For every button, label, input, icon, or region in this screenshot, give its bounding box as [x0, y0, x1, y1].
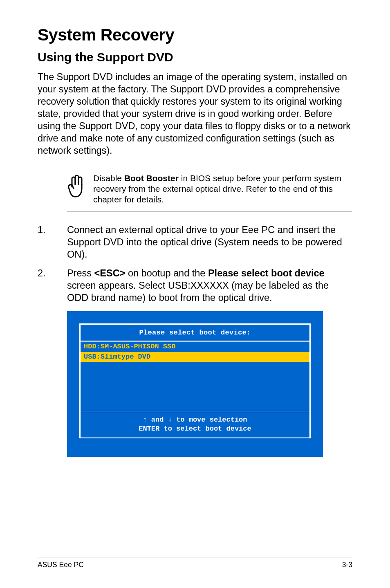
page-title: System Recovery [38, 25, 352, 45]
hand-stop-icon [67, 173, 86, 199]
step-1: Connect an external optical drive to you… [38, 224, 352, 260]
section-heading: Using the Support DVD [38, 50, 352, 64]
boot-help-line1: ↑ and ↓ to move selection [81, 415, 309, 424]
boot-help: ↑ and ↓ to move selection ENTER to selec… [81, 412, 309, 438]
boot-item-hdd[interactable]: HDD:SM-ASUS-PHISON SSD [81, 342, 309, 352]
footer-right: 3-3 [342, 561, 352, 569]
step-2-mid: on bootup and the [125, 268, 208, 278]
note-bold: Boot Booster [124, 173, 179, 183]
boot-device-screen: Please select boot device: HDD:SM-ASUS-P… [67, 311, 323, 457]
step-2-b1: <ESC> [94, 268, 126, 278]
note-callout: Disable Boot Booster in BIOS setup befor… [67, 167, 352, 211]
boot-window: Please select boot device: HDD:SM-ASUS-P… [79, 323, 311, 438]
steps-list: Connect an external optical drive to you… [38, 224, 352, 304]
boot-item-usb[interactable]: USB:Slimtype DVD [81, 352, 309, 362]
step-2-pre: Press [67, 268, 94, 278]
step-2-b2: Please select boot device [208, 268, 325, 278]
step-2: Press <ESC> on bootup and the Please sel… [38, 267, 352, 304]
note-text: Disable Boot Booster in BIOS setup befor… [93, 173, 352, 205]
step-2-post: screen appears. Select USB:XXXXXX (may b… [67, 280, 329, 303]
note-prefix: Disable [93, 173, 124, 183]
step-1-text: Connect an external optical drive to you… [67, 224, 342, 260]
boot-help-line2: ENTER to select boot device [81, 424, 309, 433]
page-footer: ASUS Eee PC 3-3 [38, 557, 352, 569]
boot-device-list: HDD:SM-ASUS-PHISON SSD USB:Slimtype DVD [81, 342, 309, 412]
intro-paragraph: The Support DVD includes an image of the… [38, 71, 352, 157]
boot-title: Please select boot device: [81, 325, 309, 342]
footer-left: ASUS Eee PC [38, 561, 84, 569]
page: System Recovery Using the Support DVD Th… [0, 0, 390, 588]
